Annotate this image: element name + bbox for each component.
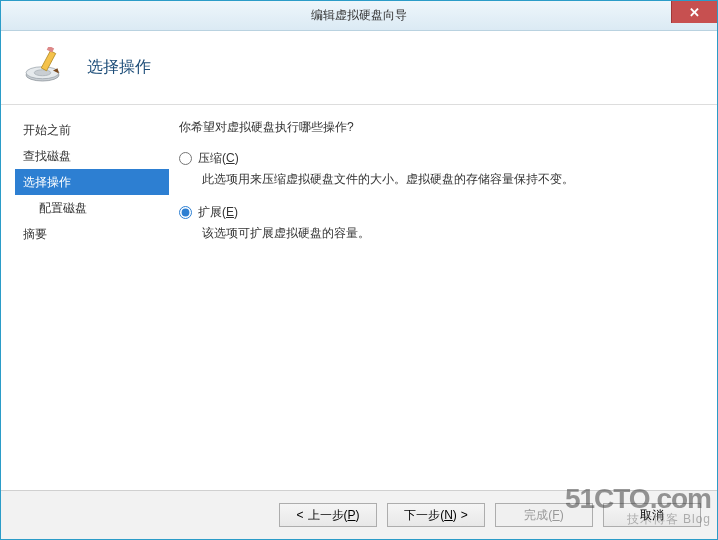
option-expand-label: 扩展(E) [198, 204, 238, 221]
option-compact-row[interactable]: 压缩(C) [179, 150, 697, 167]
wizard-footer: < 上一步(P) 下一步(N) > 完成(F) 取消 [1, 490, 717, 539]
next-button[interactable]: 下一步(N) > [387, 503, 485, 527]
sidebar-item-choose-action[interactable]: 选择操作 [15, 169, 169, 195]
option-compact-label: 压缩(C) [198, 150, 239, 167]
radio-compact[interactable] [179, 152, 192, 165]
cancel-button[interactable]: 取消 [603, 503, 701, 527]
sidebar-item-configure-disk[interactable]: 配置磁盘 [15, 195, 169, 221]
option-expand-desc: 该选项可扩展虚拟硬盘的容量。 [202, 225, 697, 242]
sidebar-item-locate-disk[interactable]: 查找磁盘 [15, 143, 169, 169]
svg-point-2 [34, 70, 51, 76]
disk-pencil-icon [23, 47, 71, 88]
option-compact: 压缩(C) 此选项用来压缩虚拟硬盘文件的大小。虚拟硬盘的存储容量保持不变。 [179, 150, 697, 188]
wizard-header: 选择操作 [1, 31, 717, 105]
wizard-body: 开始之前 查找磁盘 选择操作 配置磁盘 摘要 你希望对虚拟硬盘执行哪些操作? 压… [1, 105, 717, 490]
close-button[interactable]: ✕ [671, 1, 717, 23]
page-title: 选择操作 [87, 57, 151, 78]
option-expand-row[interactable]: 扩展(E) [179, 204, 697, 221]
wizard-window: 编辑虚拟硬盘向导 ✕ 选择操作 开始之前 查找磁盘 选择操作 配置磁盘 摘要 [0, 0, 718, 540]
finish-button: 完成(F) [495, 503, 593, 527]
content-pane: 你希望对虚拟硬盘执行哪些操作? 压缩(C) 此选项用来压缩虚拟硬盘文件的大小。虚… [169, 105, 717, 490]
svg-rect-3 [41, 51, 55, 71]
prompt-text: 你希望对虚拟硬盘执行哪些操作? [179, 119, 697, 136]
titlebar: 编辑虚拟硬盘向导 ✕ [1, 1, 717, 31]
sidebar-item-before-begin[interactable]: 开始之前 [15, 117, 169, 143]
option-compact-desc: 此选项用来压缩虚拟硬盘文件的大小。虚拟硬盘的存储容量保持不变。 [202, 171, 697, 188]
previous-button[interactable]: < 上一步(P) [279, 503, 377, 527]
option-expand: 扩展(E) 该选项可扩展虚拟硬盘的容量。 [179, 204, 697, 242]
sidebar: 开始之前 查找磁盘 选择操作 配置磁盘 摘要 [1, 105, 169, 490]
window-title: 编辑虚拟硬盘向导 [311, 7, 407, 24]
close-icon: ✕ [689, 5, 700, 20]
sidebar-item-summary[interactable]: 摘要 [15, 221, 169, 247]
radio-expand[interactable] [179, 206, 192, 219]
